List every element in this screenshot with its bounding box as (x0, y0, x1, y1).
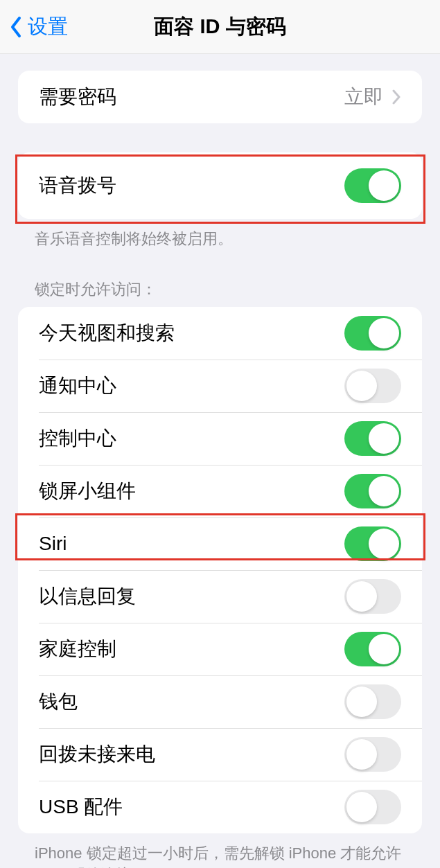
group-footer-voice: 音乐语音控制将始终被启用。 (0, 219, 440, 250)
row-label: USB 配件 (39, 794, 123, 820)
toggle-knob (369, 423, 399, 454)
row-label: 需要密码 (39, 84, 116, 110)
toggle-lock-item[interactable] (344, 684, 401, 719)
group-lock-access: 今天视图和搜索通知中心控制中心锁屏小组件Siri以信息回复家庭控制钱包回拨未接来… (18, 307, 422, 833)
toggle-knob (369, 476, 399, 506)
row-right: 立即 (344, 84, 401, 110)
toggle-lock-item[interactable] (344, 632, 401, 666)
row-label: 回拨未接来电 (39, 741, 155, 768)
toggle-knob (369, 529, 399, 559)
toggle-lock-item[interactable] (344, 579, 401, 614)
row-label: 钱包 (39, 689, 78, 715)
content: 需要密码 立即 语音拨号 音乐语音控制将始终被启用。 锁定时允许访问： 今天视图… (0, 54, 440, 868)
toggle-knob (346, 687, 377, 717)
row-lock-item: 控制中心 (18, 412, 422, 465)
navigation-bar: 设置 面容 ID 与密码 (0, 0, 440, 54)
back-label: 设置 (28, 13, 68, 41)
toggle-knob (346, 739, 377, 770)
row-require-passcode[interactable]: 需要密码 立即 (18, 71, 422, 123)
page-title: 面容 ID 与密码 (154, 13, 285, 41)
row-label: 锁屏小组件 (39, 478, 136, 504)
row-label: 以信息回复 (39, 583, 136, 610)
toggle-lock-item[interactable] (344, 474, 401, 508)
row-label: 今天视图和搜索 (39, 320, 175, 346)
group-header-lock: 锁定时允许访问： (0, 279, 440, 307)
toggle-knob (346, 792, 377, 822)
row-label: 家庭控制 (39, 636, 116, 662)
toggle-knob (346, 581, 377, 612)
chevron-left-icon (8, 15, 24, 39)
row-lock-item: USB 配件 (18, 781, 422, 833)
row-lock-item: 家庭控制 (18, 623, 422, 675)
toggle-lock-item[interactable] (344, 316, 401, 351)
toggle-lock-item[interactable] (344, 737, 401, 772)
group-footer-lock: iPhone 锁定超过一小时后，需先解锁 iPhone 才能允许 USB 配件连… (0, 833, 440, 868)
toggle-knob (346, 371, 377, 401)
toggle-lock-item[interactable] (344, 369, 401, 403)
row-lock-item: 通知中心 (18, 360, 422, 412)
row-lock-item: 锁屏小组件 (18, 465, 422, 517)
toggle-voice-dial[interactable] (344, 168, 401, 203)
toggle-knob (369, 318, 399, 348)
row-voice-dial: 语音拨号 (18, 152, 422, 219)
row-label: Siri (39, 533, 67, 555)
row-lock-item: 以信息回复 (18, 570, 422, 623)
row-lock-item: 钱包 (18, 675, 422, 728)
back-button[interactable]: 设置 (0, 13, 68, 41)
group-voice-dial: 语音拨号 (18, 152, 422, 219)
toggle-lock-item[interactable] (344, 421, 401, 456)
group-passcode: 需要密码 立即 (18, 71, 422, 123)
toggle-knob (369, 170, 399, 201)
row-label: 控制中心 (39, 425, 116, 452)
row-label: 通知中心 (39, 373, 116, 399)
chevron-right-icon (391, 89, 401, 105)
toggle-lock-item[interactable] (344, 526, 401, 561)
row-lock-item: 回拨未接来电 (18, 728, 422, 781)
row-lock-item: Siri (18, 517, 422, 570)
row-value: 立即 (344, 84, 383, 110)
toggle-lock-item[interactable] (344, 790, 401, 824)
toggle-knob (369, 634, 399, 664)
row-lock-item: 今天视图和搜索 (18, 307, 422, 360)
row-label: 语音拨号 (39, 172, 116, 199)
